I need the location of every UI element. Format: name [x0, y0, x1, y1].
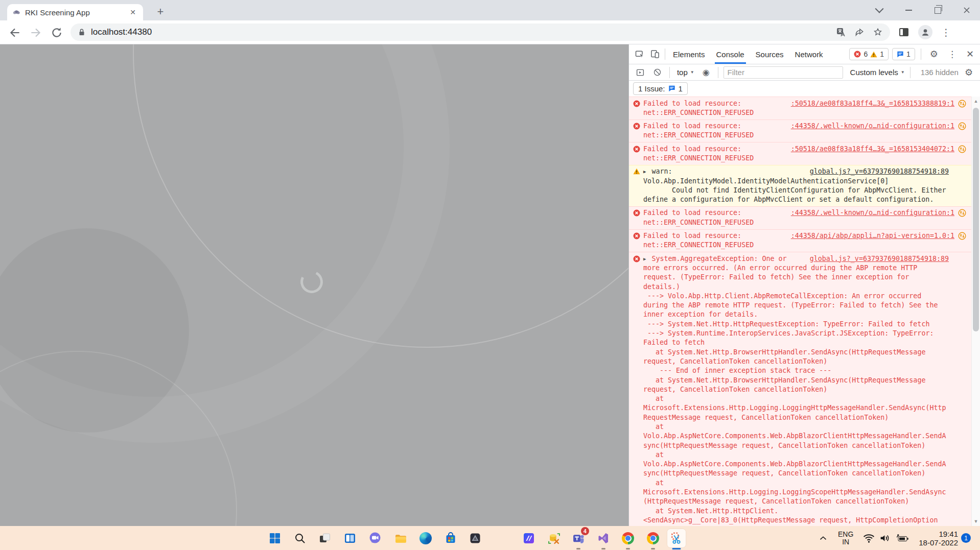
console-filter-input[interactable]	[724, 66, 843, 79]
console-message-text: Failed to load resource: net::ERR_CONNEC…	[643, 208, 787, 227]
battery-button[interactable]	[895, 526, 909, 550]
network-request-icon[interactable]	[958, 122, 966, 130]
widgets-button[interactable]	[341, 529, 359, 547]
notification-center-button[interactable]: 1	[961, 526, 971, 550]
javascript-context-select[interactable]: top ▼	[675, 68, 696, 77]
close-icon	[963, 7, 970, 14]
tab-title: RKI Screening App	[25, 8, 128, 17]
snipping-tool-button[interactable]	[667, 529, 686, 547]
console-source-link[interactable]: global.js?_v=637937690188754918:89	[810, 254, 949, 264]
task-view-button[interactable]	[316, 529, 334, 547]
window-close-button[interactable]	[955, 0, 978, 20]
forward-button[interactable]	[29, 26, 42, 39]
dark-app-button[interactable]	[466, 529, 484, 547]
dark-app-icon	[469, 532, 481, 544]
tab-console[interactable]: Console	[711, 44, 750, 64]
language-code: ENG	[838, 531, 853, 538]
clear-console-icon[interactable]	[650, 65, 664, 80]
devtools-settings-icon[interactable]: ⚙	[927, 49, 941, 60]
bookmark-star-icon[interactable]	[873, 27, 883, 37]
console-source-link[interactable]: :44358/.well-known/o…nid-configuration:1	[791, 208, 954, 218]
tab-close-icon[interactable]: ✕	[128, 8, 138, 16]
divider	[665, 49, 665, 60]
start-button[interactable]	[266, 529, 284, 547]
visual-studio-button[interactable]	[594, 529, 613, 547]
scrollbar-thumb[interactable]	[973, 108, 979, 331]
console-sidebar-toggle-icon[interactable]	[633, 65, 647, 80]
browser-menu-icon[interactable]: ⋮	[941, 27, 951, 38]
devtools-close-icon[interactable]: ✕	[963, 49, 977, 60]
microsoft-store-button[interactable]	[441, 529, 460, 547]
visual-studio-icon	[597, 532, 610, 544]
console-source-link[interactable]: :50518/ae08f83a18ff4…3&_=1658153404072:1	[791, 145, 954, 154]
wifi-button[interactable]	[862, 526, 875, 550]
chrome-button[interactable]	[619, 529, 637, 547]
browser-tab[interactable]: RKI Screening App ✕	[7, 4, 143, 20]
log-levels-select[interactable]: Custom levels ▼	[850, 68, 905, 77]
url-text[interactable]: localhost:44380	[91, 27, 836, 37]
error-icon	[633, 209, 640, 217]
reload-button[interactable]	[50, 26, 63, 39]
clock[interactable]: 19:41 18-07-2022	[916, 526, 958, 550]
console-settings-icon[interactable]: ⚙	[962, 67, 976, 78]
tab-sources[interactable]: Sources	[750, 44, 789, 64]
chat-button[interactable]	[366, 529, 384, 547]
chrome-secondary-button[interactable]	[644, 529, 662, 547]
window-restore-button[interactable]	[926, 0, 949, 20]
scroll-up-icon[interactable]: ▲	[972, 99, 980, 104]
window-minimize-button[interactable]	[897, 0, 920, 20]
address-bar[interactable]: localhost:44380	[71, 23, 890, 41]
scroll-down-icon[interactable]: ▼	[972, 519, 980, 524]
window-menu-chevron-icon[interactable]	[868, 0, 891, 20]
expand-caret-icon[interactable]: ▶	[643, 169, 647, 174]
console-source-link[interactable]: :50518/ae08f83a18ff4…3&_=1658153388819:1	[791, 99, 954, 108]
console-message-text: Failed to load resource: net::ERR_CONNEC…	[643, 145, 787, 163]
console-scrollbar[interactable]: ▲ ▼	[971, 97, 980, 526]
network-request-icon[interactable]	[958, 232, 966, 240]
network-request-icon[interactable]	[958, 209, 966, 217]
console-source-link[interactable]: :44358/.well-known/o…nid-configuration:1	[791, 122, 954, 131]
live-expression-icon[interactable]: ◉	[699, 67, 713, 77]
console-source-link[interactable]: global.js?_v=637937690188754918:89	[810, 167, 949, 176]
share-icon[interactable]	[854, 27, 865, 37]
error-count-icon	[854, 51, 861, 58]
tab-elements[interactable]: Elements	[667, 44, 711, 64]
back-button[interactable]	[8, 26, 21, 39]
teams-button[interactable]: 4	[569, 529, 588, 547]
network-request-icon[interactable]	[958, 100, 966, 108]
person-icon	[920, 27, 930, 37]
lock-icon[interactable]	[78, 28, 86, 36]
translate-icon[interactable]	[836, 27, 846, 37]
browser-window: RKI Screening App ✕ + loca	[0, 0, 980, 550]
file-explorer-button[interactable]	[391, 529, 410, 547]
devtools-menu-icon[interactable]: ⋮	[945, 49, 960, 60]
device-toolbar-button[interactable]	[647, 46, 663, 62]
pinned-app-button[interactable]	[520, 529, 538, 547]
volume-button[interactable]	[879, 526, 892, 550]
chevron-down-icon: ▼	[690, 70, 694, 75]
error-warning-badge[interactable]: 6 1	[849, 48, 889, 60]
running-indicator	[626, 548, 630, 549]
devtools-panel: Elements Console Sources Network 6	[628, 44, 980, 526]
issues-chip[interactable]: 1 Issue: 1	[633, 82, 688, 95]
warning-icon	[633, 168, 640, 175]
network-request-icon[interactable]	[958, 145, 966, 153]
tab-network[interactable]: Network	[789, 44, 829, 64]
tray-chevron-button[interactable]	[818, 526, 829, 550]
ssms-button[interactable]	[545, 529, 563, 547]
active-window-indicator	[672, 548, 681, 549]
issues-count: 1	[679, 84, 683, 93]
message-count: 1	[906, 50, 911, 58]
edge-button[interactable]	[416, 529, 435, 547]
language-indicator[interactable]: ENG IN	[838, 526, 853, 550]
expand-caret-icon[interactable]: ▶	[643, 256, 647, 261]
console-exception-row: global.js?_v=637937690188754918:89 ▶ Sys…	[629, 252, 971, 526]
search-button[interactable]	[291, 529, 309, 547]
side-panel-icon[interactable]	[898, 27, 909, 38]
inspect-element-button[interactable]	[632, 46, 647, 62]
console-message-text: Failed to load resource: net::ERR_CONNEC…	[643, 231, 787, 250]
issues-badge[interactable]: 1	[892, 48, 915, 60]
new-tab-button[interactable]: +	[153, 5, 168, 19]
profile-avatar[interactable]	[918, 25, 932, 39]
console-source-link[interactable]: :44358/api/abp/appli…n?api-version=1.0:1	[791, 231, 954, 241]
